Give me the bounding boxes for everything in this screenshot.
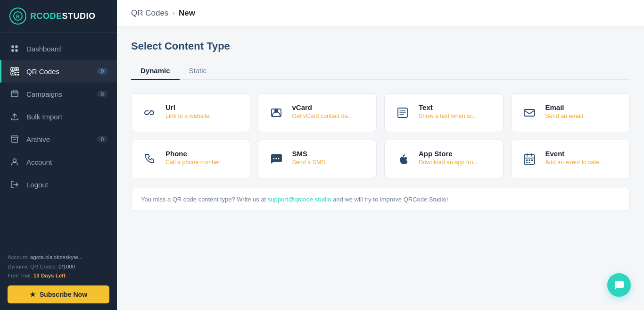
campaigns-icon xyxy=(9,89,20,99)
svg-rect-9 xyxy=(16,68,17,70)
cards-grid: Url Link to a website. vCard Get vCard c… xyxy=(131,93,630,178)
content-area: Select Content Type Dynamic Static Url L… xyxy=(117,27,644,310)
svg-point-28 xyxy=(278,158,279,159)
sidebar-item-label: Campaigns xyxy=(26,90,62,98)
phone-icon xyxy=(140,150,159,168)
breadcrumb: QR Codes › New xyxy=(131,8,195,18)
card-text-text: Text Show a text when sc... xyxy=(419,103,495,119)
card-vcard-text: vCard Get vCard contact da... xyxy=(292,103,368,119)
svg-rect-17 xyxy=(11,136,18,138)
svg-point-18 xyxy=(13,159,17,162)
logout-icon xyxy=(9,179,20,190)
account-icon xyxy=(9,157,20,167)
event-icon xyxy=(520,150,539,168)
sidebar-item-logout[interactable]: Logout xyxy=(0,173,117,196)
sidebar-item-archive[interactable]: Archive 0 xyxy=(0,128,117,151)
logo-icon: R xyxy=(9,8,26,25)
sidebar-item-bulk-import[interactable]: Bulk Import xyxy=(0,105,117,128)
tab-static[interactable]: Static xyxy=(180,62,216,80)
svg-point-2 xyxy=(11,45,14,48)
svg-rect-36 xyxy=(526,162,528,163)
card-sms[interactable]: SMS Send a SMS. xyxy=(258,140,377,178)
vcard-icon xyxy=(267,103,286,122)
subscribe-button[interactable]: ★ Subscribe Now xyxy=(8,285,109,303)
top-header: QR Codes › New xyxy=(117,0,644,27)
appstore-icon xyxy=(393,150,412,168)
sidebar-item-label: QR Codes xyxy=(26,67,59,75)
sidebar: R RCODESTUDIO Dashboard xyxy=(0,0,117,310)
support-email-link[interactable]: support@qrcode.studio xyxy=(268,196,331,203)
card-phone[interactable]: Phone Call a phone number. xyxy=(131,140,250,178)
text-icon xyxy=(393,103,412,122)
svg-rect-34 xyxy=(528,159,530,161)
sidebar-item-qrcodes[interactable]: QR Codes 0 xyxy=(0,60,117,83)
email-icon xyxy=(520,103,539,122)
svg-point-26 xyxy=(273,158,274,159)
card-appstore[interactable]: App Store Download an app fro... xyxy=(384,140,504,178)
sidebar-item-label: Account xyxy=(26,158,52,166)
svg-rect-11 xyxy=(12,73,13,74)
sidebar-item-label: Logout xyxy=(26,181,48,189)
card-phone-text: Phone Call a phone number. xyxy=(165,150,241,166)
account-info: Account: agota.bialobzeskyte... Dynamic … xyxy=(8,253,109,281)
svg-point-3 xyxy=(15,45,18,48)
svg-rect-7 xyxy=(12,68,13,70)
chat-fab[interactable] xyxy=(607,273,631,297)
svg-rect-15 xyxy=(17,74,19,75)
sidebar-footer: Account: agota.bialobzeskyte... Dynamic … xyxy=(0,246,117,310)
tab-dynamic[interactable]: Dynamic xyxy=(131,62,180,80)
archive-badge: 0 xyxy=(97,136,107,142)
svg-point-5 xyxy=(15,49,18,52)
svg-rect-16 xyxy=(11,91,18,97)
card-event[interactable]: Event Add an event to cale... xyxy=(511,140,630,178)
sidebar-item-label: Dashboard xyxy=(26,45,61,53)
card-url[interactable]: Url Link to a website. xyxy=(131,93,250,132)
card-email[interactable]: Email Send an email. xyxy=(511,93,630,132)
svg-rect-13 xyxy=(17,72,19,73)
qrcodes-badge: 0 xyxy=(97,68,107,75)
qrcodes-icon xyxy=(9,66,20,76)
archive-icon xyxy=(9,134,20,144)
main-content: QR Codes › New Select Content Type Dynam… xyxy=(117,0,644,310)
logo-text: RCODESTUDIO xyxy=(30,11,96,21)
svg-rect-14 xyxy=(15,74,17,75)
card-url-text: Url Link to a website. xyxy=(165,103,241,119)
card-appstore-text: App Store Download an app fro... xyxy=(419,150,495,166)
info-banner: You miss a QR code content type? Write u… xyxy=(131,188,630,211)
sidebar-item-label: Archive xyxy=(26,135,50,143)
sidebar-item-label: Bulk Import xyxy=(26,113,62,121)
dashboard-icon xyxy=(9,43,20,54)
url-icon xyxy=(140,103,159,122)
campaigns-badge: 0 xyxy=(97,91,107,97)
svg-rect-35 xyxy=(531,159,533,161)
page-title: Select Content Type xyxy=(131,40,630,52)
card-sms-text: SMS Send a SMS. xyxy=(292,150,368,166)
sidebar-item-account[interactable]: Account xyxy=(0,151,117,173)
svg-rect-33 xyxy=(526,159,528,161)
sms-icon xyxy=(267,150,286,168)
bulk-import-icon xyxy=(9,111,20,122)
star-icon: ★ xyxy=(30,291,36,298)
card-event-text: Event Add an event to cale... xyxy=(545,150,621,166)
nav-items: Dashboard QR Codes 0 xyxy=(0,33,117,246)
sidebar-item-campaigns[interactable]: Campaigns 0 xyxy=(0,83,117,105)
card-vcard[interactable]: vCard Get vCard contact da... xyxy=(258,93,377,132)
logo-area: R RCODESTUDIO xyxy=(0,0,117,33)
content-type-tabs: Dynamic Static xyxy=(131,62,630,80)
svg-rect-37 xyxy=(528,162,530,163)
card-email-text: Email Send an email. xyxy=(545,103,621,119)
svg-rect-12 xyxy=(15,72,17,73)
svg-point-27 xyxy=(275,158,277,159)
svg-rect-25 xyxy=(524,109,535,116)
svg-text:R: R xyxy=(16,14,20,19)
svg-point-4 xyxy=(11,49,14,52)
sidebar-item-dashboard[interactable]: Dashboard xyxy=(0,37,117,60)
card-text[interactable]: Text Show a text when sc... xyxy=(384,93,504,132)
